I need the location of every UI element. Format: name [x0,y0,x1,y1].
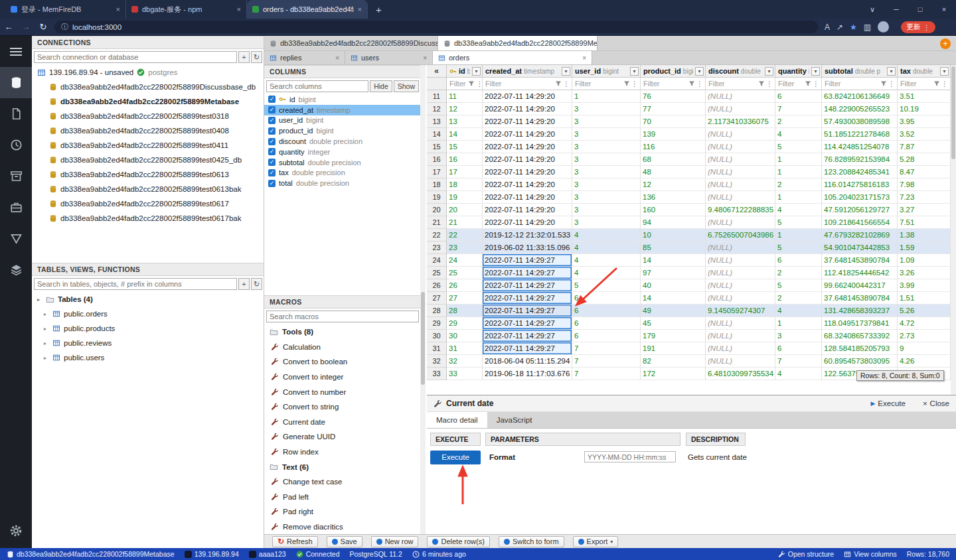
data-cell[interactable]: 5.26 [898,305,951,317]
data-cell[interactable]: 37.6481453890784 [822,292,898,305]
row-number[interactable]: 21 [427,216,447,229]
data-cell[interactable]: 114.424851254078 [822,141,898,153]
data-cell[interactable]: 160 [641,204,706,216]
filter-cell[interactable]: Filter⋮ [447,78,483,90]
data-cell[interactable]: 1.59 [898,242,951,254]
data-cell[interactable]: 29 [447,317,483,330]
table-tab[interactable]: users× [345,51,433,64]
data-cell[interactable]: 1 [775,153,822,166]
data-cell[interactable]: 3 [572,128,641,141]
row-number[interactable]: 31 [427,342,447,355]
data-cell[interactable]: 2022-07-11 14:29:27 [483,342,572,355]
data-cell[interactable]: (NULL) [706,330,775,342]
macro-item[interactable]: Calculation [264,340,420,355]
data-cell[interactable]: 5 [775,279,822,292]
data-cell[interactable]: (NULL) [706,355,775,368]
statusbar-item[interactable]: Rows: 18,760 [907,550,949,558]
filter-funnel-icon[interactable] [688,80,695,87]
data-cell[interactable]: 2022-07-11 14:29:27 [483,317,572,330]
database-icon[interactable] [0,67,32,98]
filter-funnel-icon[interactable] [880,80,887,87]
minimize-button[interactable]: ─ [884,0,908,19]
filter-cell[interactable]: Filter⋮ [822,78,898,90]
row-number[interactable]: 15 [427,141,447,153]
data-cell[interactable]: 123.208842485341 [822,166,898,178]
statusbar-item[interactable]: Connected [296,550,340,558]
column-dropdown-icon[interactable]: ▾ [562,67,570,76]
checkbox-checked-icon[interactable]: ✓ [268,159,276,166]
data-cell[interactable]: 4.72 [898,317,951,330]
data-cell[interactable]: 4 [775,368,822,380]
column-header-id[interactable]: idbig▾ [447,65,483,78]
column-dropdown-icon[interactable]: ▾ [630,67,639,76]
row-number[interactable]: 28 [427,305,447,317]
data-cell[interactable]: 116 [641,141,706,153]
briefcase-icon[interactable] [0,192,32,223]
filter-funnel-icon[interactable] [933,80,940,87]
data-cell[interactable]: 51.1851221278468 [822,128,898,141]
data-cell[interactable]: 68 [641,153,706,166]
address-bar[interactable]: ⓘ localhost:3000 [54,21,818,33]
column-dropdown-icon[interactable]: ▾ [765,67,773,76]
checkbox-checked-icon[interactable]: ✓ [268,106,276,113]
checkbox-checked-icon[interactable]: ✓ [268,148,276,155]
data-cell[interactable]: 2 [775,267,822,279]
row-number[interactable]: 18 [427,178,447,191]
data-cell[interactable]: 47.6793282102869 [822,229,898,242]
column-item[interactable]: ✓product_idbigint [264,125,420,136]
data-cell[interactable]: 3 [572,166,641,178]
filter-menu-icon[interactable]: ⋮ [941,80,948,88]
data-cell[interactable]: 116.014275816183 [822,178,898,191]
data-cell[interactable]: 32 [447,355,483,368]
data-cell[interactable]: 37.6481453890784 [822,254,898,267]
data-cell[interactable]: 12 [641,178,706,191]
new-tab-button[interactable]: + [368,4,390,15]
data-cell[interactable]: 12 [447,103,483,115]
database-item[interactable]: db338ea9abb2ed4fadb2cc228002f58899test06… [32,211,264,226]
data-cell[interactable]: 2022-07-11 14:29:20 [483,166,572,178]
data-cell[interactable]: 18 [447,178,483,191]
data-cell[interactable]: 4 [572,254,641,267]
data-cell[interactable]: 3 [572,115,641,128]
data-cell[interactable]: 2022-07-11 14:29:27 [483,267,572,279]
macro-item[interactable]: Convert to string [264,399,420,415]
data-cell[interactable]: 148.229005265523 [822,103,898,115]
data-cell[interactable]: (NULL) [706,166,775,178]
data-cell[interactable]: 28 [447,305,483,317]
macro-item[interactable]: Convert to integer [264,370,420,385]
data-cell[interactable]: 47.5912056129727 [822,204,898,216]
side-panel-icon[interactable]: ▥ [864,23,871,32]
hamburger-menu-icon[interactable] [0,36,32,67]
statusbar-item[interactable]: 139.196.89.94 [185,550,239,558]
tab-close-icon[interactable]: × [358,5,362,13]
data-cell[interactable]: 94 [641,216,706,229]
row-number[interactable]: 23 [427,242,447,254]
data-cell[interactable]: 63.8242106136649 [822,90,898,103]
data-cell[interactable]: 4 [572,229,641,242]
data-cell[interactable]: 31 [447,342,483,355]
data-cell[interactable]: 8.47 [898,166,951,178]
tables-search-input[interactable] [34,278,237,290]
column-header-subtotal[interactable]: subtotaldouble p▾ [822,65,898,78]
data-cell[interactable]: 14 [447,128,483,141]
row-number[interactable]: 14 [427,128,447,141]
row-number[interactable]: 30 [427,330,447,342]
data-cell[interactable]: (NULL) [706,128,775,141]
data-cell[interactable]: 33 [447,368,483,380]
data-cell[interactable]: 2022-07-11 14:29:27 [483,279,572,292]
filter-cell[interactable]: Filter⋮ [775,78,822,90]
data-cell[interactable]: 7 [572,355,641,368]
data-cell[interactable]: 2022-07-11 14:29:20 [483,153,572,166]
data-cell[interactable]: 17 [447,166,483,178]
database-item[interactable]: db338ea9abb2ed4fadb2cc228002f58899test04… [32,153,264,167]
database-item[interactable]: db338ea9abb2ed4fadb2cc228002f58899test06… [32,182,264,196]
data-cell[interactable]: 4 [775,204,822,216]
grid-scrollbar-thumb[interactable] [951,66,955,159]
tables-group[interactable]: ▸Tables (4) [32,292,264,307]
macro-item[interactable]: Change text case [264,474,420,490]
refresh-connections-icon[interactable]: ↻ [251,51,262,63]
data-cell[interactable]: 191 [641,342,706,355]
data-cell[interactable]: 3 [572,191,641,204]
row-number[interactable]: 33 [427,368,447,380]
column-item[interactable]: ✓totaldouble precision [264,178,420,188]
